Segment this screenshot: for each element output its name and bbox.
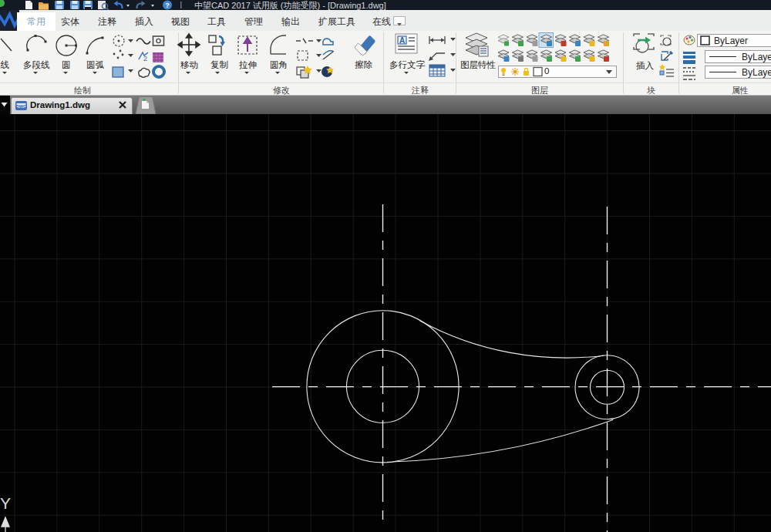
svg-text:DWG: DWG — [16, 104, 26, 109]
svg-text:Y: Y — [0, 494, 11, 512]
svg-text:2: 2 — [143, 55, 147, 62]
svg-text:A: A — [399, 36, 405, 45]
svg-text:?: ? — [165, 2, 170, 9]
